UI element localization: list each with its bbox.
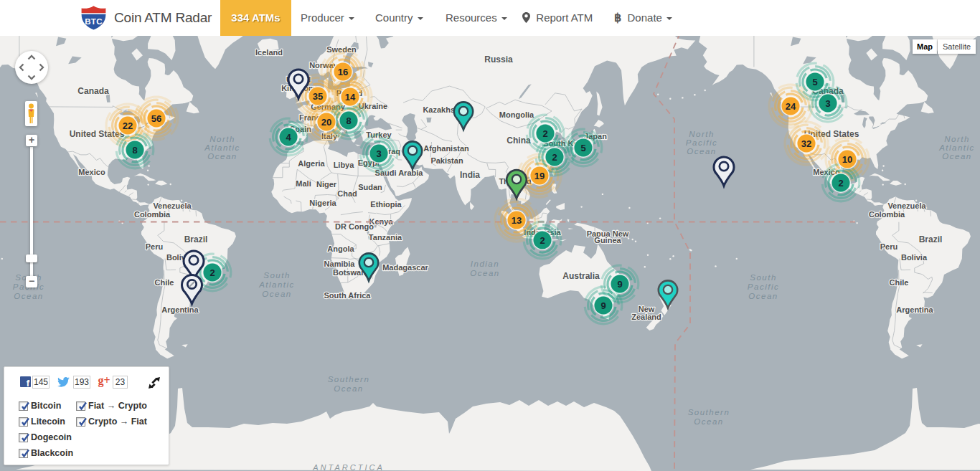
svg-text:13: 13: [512, 215, 522, 226]
svg-text:2: 2: [552, 152, 557, 163]
svg-text:2: 2: [542, 128, 547, 139]
svg-text:22: 22: [123, 120, 133, 131]
svg-text:9: 9: [617, 279, 622, 290]
svg-text:2: 2: [209, 267, 215, 278]
svg-text:9: 9: [600, 300, 606, 311]
svg-text:2: 2: [838, 178, 843, 189]
svg-text:8: 8: [132, 145, 137, 156]
svg-text:19: 19: [534, 171, 545, 181]
svg-text:16: 16: [338, 67, 348, 77]
svg-text:f: f: [27, 378, 30, 387]
svg-text:24: 24: [786, 101, 796, 112]
svg-text:5: 5: [580, 143, 585, 153]
svg-text:2: 2: [540, 235, 545, 246]
svg-text:35: 35: [313, 91, 323, 102]
svg-text:5: 5: [812, 77, 817, 87]
svg-text:10: 10: [842, 154, 852, 165]
svg-text:3: 3: [376, 148, 381, 159]
svg-text:14: 14: [345, 92, 356, 103]
svg-text:56: 56: [151, 113, 161, 124]
svg-text:3: 3: [825, 98, 830, 109]
svg-text:20: 20: [321, 117, 331, 128]
svg-text:32: 32: [801, 138, 811, 149]
svg-text:8: 8: [346, 115, 351, 126]
svg-text:4: 4: [286, 132, 291, 143]
svg-text:BTC: BTC: [85, 17, 103, 26]
